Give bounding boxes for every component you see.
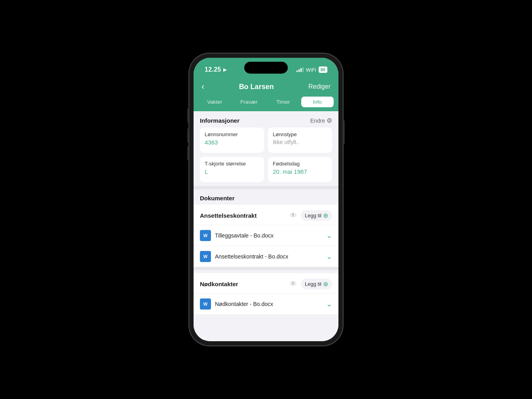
lonnsnummer-label: Lønnsnummer xyxy=(205,131,259,137)
location-icon: ▶ xyxy=(223,67,226,72)
word-icon-nodkontakter: W xyxy=(200,298,211,310)
doc-name-ansettelseskontrakt: Ansettelseskontrakt - Bo.docx xyxy=(215,253,288,260)
chevron-down-icon-tilleggsavtale[interactable]: ⌄ xyxy=(326,231,332,240)
phone-screen: 12.25 ▶ WiFi 80 ‹ Bo Larsen Rediger xyxy=(194,58,338,341)
tab-vakter[interactable]: Vakter xyxy=(198,97,231,107)
lonnsnummer-value: 4363 xyxy=(205,139,259,146)
doc-name-tilleggsavtale: Tilleggsavtale - Bo.docx xyxy=(215,232,274,239)
info-card-lonnsnummer[interactable]: Lønnsnummer 4363 xyxy=(200,127,264,153)
nodkontakter-section: Nødkontakter 👁 Legg til ⊕ W N xyxy=(194,273,338,314)
info-card-tskjorte[interactable]: T-skjorte størrelse L xyxy=(200,157,264,182)
nav-title: Bo Larsen xyxy=(239,83,274,91)
time-label: 12.25 xyxy=(205,66,221,73)
content-area: Informasjoner Endre ⚙ Lønnsnummer 4363 L… xyxy=(194,111,338,341)
eye-icon-ansettelse[interactable]: 👁 xyxy=(290,211,297,220)
info-cards-grid: Lønnsnummer 4363 Lønnstype Ikke utfylt..… xyxy=(194,127,338,186)
tskjorte-value: L xyxy=(205,168,259,175)
info-card-lonnstype[interactable]: Lønnstype Ikke utfylt.. xyxy=(268,127,332,153)
doc-name-nodkontakter: Nødkontakter - Bo.docx xyxy=(215,301,273,307)
doc-row-ansettelseskontrakt[interactable]: W Ansettelseskontrakt - Bo.docx ⌄ xyxy=(194,246,338,267)
ansettelseskontrakt-section: Ansettelseskontrakt 👁 Legg til ⊕ W xyxy=(194,205,338,267)
word-icon-ansettelseskontrakt: W xyxy=(200,251,211,262)
legg-til-label-nodkontakter: Legg til xyxy=(305,281,321,287)
edit-button[interactable]: Rediger xyxy=(308,83,331,90)
doc-row-left-ansettelseskontrakt: W Ansettelseskontrakt - Bo.docx xyxy=(200,251,288,262)
endre-label: Endre xyxy=(310,118,325,124)
nodkontakter-title: Nødkontakter xyxy=(200,281,238,287)
signal-icon xyxy=(296,67,304,72)
back-button[interactable]: ‹ xyxy=(201,82,204,92)
fodselsdag-label: Fødselsdag xyxy=(273,161,327,167)
tab-info[interactable]: Info xyxy=(301,97,334,107)
eye-icon-nodkontakter[interactable]: 👁 xyxy=(290,280,297,288)
legg-til-button-ansettelse[interactable]: Legg til ⊕ xyxy=(301,210,332,221)
plus-circle-icon-nodkontakter: ⊕ xyxy=(323,280,328,288)
endre-button[interactable]: Endre ⚙ xyxy=(310,117,332,124)
wifi-icon: WiFi xyxy=(306,67,316,73)
tab-fravaer[interactable]: Fravær xyxy=(233,97,266,107)
plus-circle-icon-ansettelse: ⊕ xyxy=(323,212,328,219)
doc-row-nodkontakter[interactable]: W Nødkontakter - Bo.docx ⌄ xyxy=(194,293,338,314)
lonnstype-value: Ikke utfylt.. xyxy=(273,139,327,145)
tskjorte-label: T-skjorte størrelse xyxy=(205,161,259,167)
nodkontakter-header: Nødkontakter 👁 Legg til ⊕ xyxy=(194,273,338,293)
battery-badge: 80 xyxy=(319,66,327,73)
ansettelseskontrakt-actions: 👁 Legg til ⊕ xyxy=(290,210,332,221)
fodselsdag-value: 20. mai 1987 xyxy=(273,168,327,175)
divider-1 xyxy=(194,186,338,189)
ansettelseskontrakt-title: Ansettelseskontrakt xyxy=(200,212,256,219)
lonnstype-label: Lønnstype xyxy=(273,131,327,137)
gear-icon: ⚙ xyxy=(327,117,332,124)
phone-frame: 12.25 ▶ WiFi 80 ‹ Bo Larsen Rediger xyxy=(189,53,343,346)
info-section-header: Informasjoner Endre ⚙ xyxy=(194,111,338,127)
legg-til-label-ansettelse: Legg til xyxy=(305,213,321,218)
info-section-title: Informasjoner xyxy=(200,117,239,124)
info-card-fodselsdag[interactable]: Fødselsdag 20. mai 1987 xyxy=(268,157,332,182)
word-icon-tilleggsavtale: W xyxy=(200,230,211,241)
status-right: WiFi 80 xyxy=(296,66,327,73)
doc-row-left-nodkontakter: W Nødkontakter - Bo.docx xyxy=(200,298,273,310)
chevron-down-icon-ansettelseskontrakt[interactable]: ⌄ xyxy=(326,252,332,261)
doc-row-left-tilleggsavtale: W Tilleggsavtale - Bo.docx xyxy=(200,230,274,241)
tab-bar: Vakter Fravær Timer Info xyxy=(194,97,338,111)
tab-timer[interactable]: Timer xyxy=(267,97,300,107)
divider-2 xyxy=(194,267,338,270)
documents-section-header: Dokumenter xyxy=(194,189,338,205)
documents-section-title: Dokumenter xyxy=(200,195,235,201)
chevron-down-icon-nodkontakter[interactable]: ⌄ xyxy=(326,300,332,308)
status-time: 12.25 ▶ xyxy=(205,66,226,73)
ansettelseskontrakt-header: Ansettelseskontrakt 👁 Legg til ⊕ xyxy=(194,205,338,225)
nodkontakter-actions: 👁 Legg til ⊕ xyxy=(290,279,332,289)
dynamic-island xyxy=(244,62,288,74)
doc-row-tilleggsavtale[interactable]: W Tilleggsavtale - Bo.docx ⌄ xyxy=(194,225,338,246)
legg-til-button-nodkontakter[interactable]: Legg til ⊕ xyxy=(301,279,332,289)
status-bar: 12.25 ▶ WiFi 80 xyxy=(194,58,338,78)
nav-bar: ‹ Bo Larsen Rediger xyxy=(194,78,338,97)
